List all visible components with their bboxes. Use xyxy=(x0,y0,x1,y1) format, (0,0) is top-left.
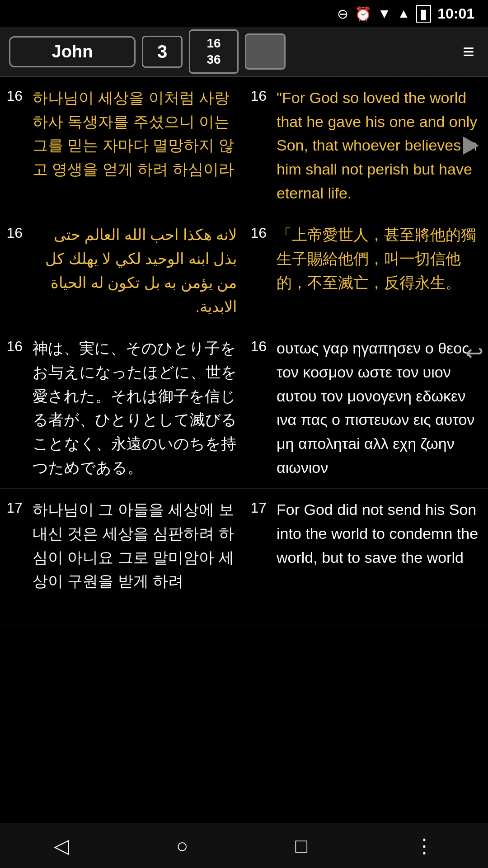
bible-content: 16 하나님이 세상을 이처럼 사랑하사 독생자를 주셨으니 이는 그를 믿는 … xyxy=(0,77,488,624)
verse-16-japanese: 神は、実に、そのひとり子をお与えになったほどに、世を愛された。それは御子を信じる… xyxy=(27,327,244,488)
verse-num-17-english: 17 xyxy=(244,489,271,525)
verse-17-english: For God did not send his Son into the wo… xyxy=(271,489,488,624)
verse-16-arabic: لانه هكذا احب الله العالم حتى بذل ابنه ا… xyxy=(27,214,244,327)
recent-apps-button[interactable]: □ xyxy=(282,830,321,862)
verse-num-16-japanese: 16 xyxy=(0,327,27,364)
svg-marker-0 xyxy=(463,137,479,155)
do-not-disturb-icon: ⊖ xyxy=(337,6,348,22)
color-picker[interactable] xyxy=(245,33,286,70)
menu-button[interactable]: ≡ xyxy=(458,40,479,63)
verse-17-block: 17 하나님이 그 아들을 세상에 보내신 것은 세상을 심판하려 하심이 아니… xyxy=(0,489,488,624)
verse-17-korean: 하나님이 그 아들을 세상에 보내신 것은 세상을 심판하려 하심이 아니요 그… xyxy=(27,489,244,624)
verse-num-16-greek: 16 xyxy=(244,327,271,364)
verse-num-16-chinese: 16 xyxy=(244,214,271,250)
verse-16-block: 16 하나님이 세상을 이처럼 사랑하사 독생자를 주셨으니 이는 그를 믿는 … xyxy=(0,77,488,489)
signal-icon: ▲ xyxy=(397,6,410,21)
status-icons: ⊖ ⏰ ▼ ▲ ▮ 10:01 xyxy=(337,5,474,23)
header-nav: John 3 16 36 ≡ xyxy=(0,27,488,77)
verse-16-greek: ουτως γαρ ηγαπησεν ο θεος τον κοσμον ωστ… xyxy=(271,327,488,488)
verse-16-korean: 하나님이 세상을 이처럼 사랑하사 독생자를 주셨으니 이는 그를 믿는 자마다… xyxy=(27,77,244,214)
book-selector[interactable]: John xyxy=(9,36,136,67)
back-button[interactable]: ◁ xyxy=(40,830,83,862)
wifi-icon: ▼ xyxy=(378,6,391,21)
bottom-nav: ◁ ○ □ ⋮ xyxy=(0,823,488,868)
chapter-selector[interactable]: 3 xyxy=(142,36,183,68)
status-bar: ⊖ ⏰ ▼ ▲ ▮ 10:01 xyxy=(0,0,488,27)
verse-num-16-english: 16 xyxy=(244,77,271,113)
play-forward-button[interactable] xyxy=(456,132,483,159)
verse-num-16-korean: 16 xyxy=(0,77,27,113)
verse-16-english: "For God so loved the world that he gave… xyxy=(271,77,488,214)
verse-16-chinese: 「上帝愛世人，甚至將他的獨生子賜給他們，叫一切信他的，不至滅亡，反得永生。 xyxy=(271,214,488,327)
undo-icon[interactable]: ↩ xyxy=(465,336,483,370)
alarm-icon: ⏰ xyxy=(355,6,371,22)
home-button[interactable]: ○ xyxy=(163,830,202,862)
verse-num-16-arabic: 16 xyxy=(0,214,27,250)
time-display: 10:01 xyxy=(437,5,474,22)
verse-selector[interactable]: 16 36 xyxy=(189,29,239,74)
battery-icon: ▮ xyxy=(416,5,431,23)
verse-num-17-korean: 17 xyxy=(0,489,27,525)
more-options-button[interactable]: ⋮ xyxy=(401,830,448,862)
